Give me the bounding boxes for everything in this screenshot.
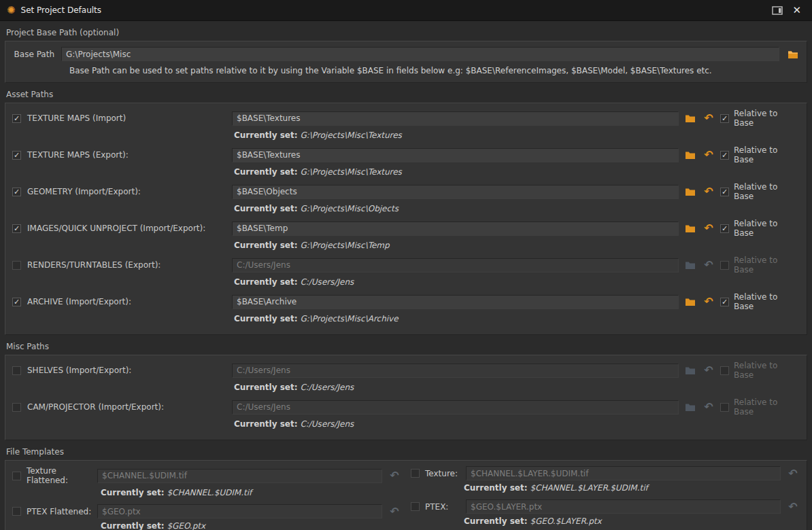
row-enable-checkbox[interactable] (411, 502, 420, 511)
asset-row-renders-turntables: RENDERS/TURNTABLES (Export): ↶ Relative … (12, 255, 800, 287)
row-label: SHELVES (Import/Export): (27, 366, 131, 375)
relative-checkbox[interactable] (720, 151, 729, 160)
path-input[interactable] (232, 400, 679, 414)
relative-label: Relative to Base (734, 398, 800, 417)
asset-row-images-unproject: IMAGES/QUICK UNPROJECT (Import/Export): … (12, 219, 800, 250)
file-templates-panel: Texture Flattened: ↶ Currently set: $CHA… (5, 460, 807, 530)
row-enable-checkbox[interactable] (12, 188, 21, 196)
currently-set: Currently set: C:/Users/Jens (234, 383, 800, 392)
undo-icon[interactable]: ↶ (702, 150, 715, 160)
path-input[interactable] (232, 148, 679, 162)
relative-checkbox[interactable] (720, 298, 729, 306)
template-input[interactable] (466, 499, 781, 514)
browse-folder-icon[interactable] (683, 150, 697, 160)
ft-row-texture-flattened: Texture Flattened: ↶ Currently set: $CHA… (12, 466, 401, 497)
base-path-panel: Base Path Base Path can be used to set p… (5, 41, 807, 83)
row-enable-checkbox[interactable] (12, 114, 21, 123)
section-title-base-path: Project Base Path (optional) (6, 28, 807, 37)
asset-row-archive: ARCHIVE (Import/Export): ↶ Relative to B… (12, 292, 800, 323)
row-enable-checkbox[interactable] (12, 472, 21, 480)
file-templates-right-column: Texture: ↶ Currently set: $CHANNEL.$LAYE… (411, 466, 800, 530)
row-label: Texture: (425, 469, 460, 478)
relative-label: Relative to Base (734, 255, 800, 275)
row-enable-checkbox[interactable] (12, 366, 21, 375)
section-title-file-templates: File Templates (6, 447, 807, 457)
misc-row-cam-projector: CAM/PROJECTOR (Import/Export): ↶ Relativ… (12, 398, 800, 429)
asset-paths-panel: TEXTURE MAPS (Import) ↶ Relative to Base… (5, 103, 807, 335)
undo-icon[interactable]: ↶ (702, 297, 715, 306)
row-enable-checkbox[interactable] (12, 403, 21, 412)
undo-icon[interactable]: ↶ (702, 366, 715, 375)
path-input[interactable] (232, 222, 679, 236)
file-templates-left-column: Texture Flattened: ↶ Currently set: $CHA… (12, 466, 401, 530)
path-input[interactable] (232, 295, 679, 309)
browse-folder-icon[interactable] (683, 402, 697, 412)
browse-folder-icon[interactable] (683, 187, 697, 196)
browse-folder-icon[interactable] (683, 260, 697, 270)
template-input[interactable] (97, 469, 382, 483)
row-enable-checkbox[interactable] (411, 469, 420, 478)
row-label: TEXTURE MAPS (Import) (27, 113, 126, 123)
relative-label: Relative to Base (734, 361, 800, 380)
undo-icon[interactable]: ↶ (786, 469, 800, 478)
path-input[interactable] (232, 258, 679, 272)
ft-row-texture: Texture: ↶ Currently set: $CHANNEL.$LAYE… (411, 466, 800, 493)
undo-icon[interactable]: ↶ (702, 187, 715, 196)
relative-label: Relative to Base (734, 145, 800, 164)
row-enable-checkbox[interactable] (12, 507, 21, 516)
row-enable-checkbox[interactable] (12, 298, 21, 306)
row-enable-checkbox[interactable] (12, 261, 21, 270)
path-input[interactable] (232, 185, 679, 199)
browse-folder-icon[interactable] (683, 113, 697, 123)
ft-row-ptex: PTEX: ↶ Currently set: $GEO.$LAYER.ptx (411, 499, 800, 526)
relative-label: Relative to Base (734, 182, 800, 201)
browse-folder-icon[interactable] (683, 224, 697, 233)
currently-set: Currently set: $CHANNEL.$LAYER.$UDIM.tif (464, 483, 800, 493)
base-path-help-text: Base Path can be used to set paths relat… (69, 66, 800, 75)
path-input[interactable] (232, 364, 679, 378)
row-label: PTEX Flattened: (27, 507, 92, 516)
undo-icon[interactable]: ↶ (388, 507, 401, 516)
template-input[interactable] (97, 504, 382, 518)
currently-set: Currently set: $GEO.ptx (101, 521, 401, 530)
undo-icon[interactable]: ↶ (702, 260, 715, 270)
base-path-input[interactable] (61, 47, 779, 61)
titlebar: ✺ Set Project Defaults ✕ (0, 0, 812, 21)
browse-folder-icon[interactable] (786, 50, 800, 59)
row-label: ARCHIVE (Import/Export): (27, 297, 131, 306)
relative-checkbox[interactable] (720, 188, 729, 196)
relative-checkbox[interactable] (720, 403, 729, 412)
relative-label: Relative to Base (734, 219, 800, 238)
undo-icon[interactable]: ↶ (388, 471, 401, 480)
currently-set: Currently set: G:\Projects\Misc\Textures (234, 130, 800, 140)
relative-checkbox[interactable] (720, 114, 729, 123)
close-icon[interactable]: ✕ (788, 4, 805, 16)
dock-window-icon[interactable] (772, 6, 783, 15)
template-input[interactable] (466, 466, 781, 480)
row-label: Texture Flattened: (27, 466, 92, 485)
path-input[interactable] (232, 111, 679, 126)
relative-checkbox[interactable] (720, 366, 729, 375)
undo-icon[interactable]: ↶ (702, 224, 715, 233)
undo-icon[interactable]: ↶ (702, 113, 715, 123)
row-label: IMAGES/QUICK UNPROJECT (Import/Export): (27, 224, 205, 233)
row-label: GEOMETRY (Import/Export): (27, 187, 141, 196)
relative-label: Relative to Base (734, 109, 800, 128)
base-path-label: Base Path (12, 50, 54, 59)
row-enable-checkbox[interactable] (12, 151, 21, 160)
undo-icon[interactable]: ↶ (786, 502, 800, 512)
browse-folder-icon[interactable] (683, 366, 697, 375)
section-title-misc-paths: Misc Paths (6, 342, 807, 351)
row-enable-checkbox[interactable] (12, 224, 21, 233)
relative-checkbox[interactable] (720, 224, 729, 233)
row-label: PTEX: (425, 502, 460, 512)
browse-folder-icon[interactable] (683, 297, 697, 306)
undo-icon[interactable]: ↶ (702, 402, 715, 412)
section-title-asset-paths: Asset Paths (6, 90, 807, 99)
currently-set: Currently set: C:/Users/Jens (234, 419, 800, 429)
currently-set: Currently set: G:\Projects\Misc\Temp (234, 241, 800, 250)
currently-set: Currently set: G:\Projects\Misc\Archive (234, 314, 800, 323)
currently-set: Currently set: C:/Users/Jens (234, 277, 800, 287)
relative-checkbox[interactable] (720, 261, 729, 270)
asset-row-geometry: GEOMETRY (Import/Export): ↶ Relative to … (12, 182, 800, 213)
